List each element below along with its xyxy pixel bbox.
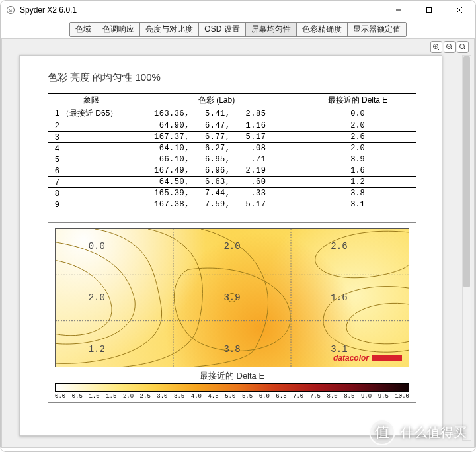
svg-text:S: S xyxy=(9,7,12,13)
color-scale-ticks: 0.00.51.01.52.02.53.03.54.04.55.05.56.06… xyxy=(55,393,409,400)
cell-lab: 165.39, 7.44, .33 xyxy=(134,188,299,199)
cell-value-label: 0.0 xyxy=(89,241,105,251)
zoom-in-button[interactable] xyxy=(430,41,442,53)
table-row: 8165.39, 7.44, .333.8 xyxy=(48,188,416,199)
cell-quadrant: 8 xyxy=(48,188,134,199)
cell-lab: 66.10, 6.95, .71 xyxy=(134,154,299,165)
cell-quadrant: 5 xyxy=(48,154,134,165)
app-icon: S xyxy=(5,5,16,15)
cell-deltae: 1.2 xyxy=(299,177,416,188)
svg-line-11 xyxy=(451,48,453,50)
cell-deltae: 2.0 xyxy=(299,120,416,132)
scale-tick: 3.5 xyxy=(174,393,184,400)
tab-5[interactable]: 色彩精确度 xyxy=(297,23,348,36)
cell-quadrant: 6 xyxy=(48,165,134,177)
maximize-button[interactable] xyxy=(414,0,444,20)
watermark-text: 什么值得买 xyxy=(401,424,467,441)
cell-lab: 64.90, 6.47, 1.16 xyxy=(134,120,299,132)
table-row: 6167.49, 6.96, 2.191.6 xyxy=(48,165,416,177)
cell-deltae: 2.6 xyxy=(299,132,416,143)
cell-deltae: 0.0 xyxy=(299,107,416,120)
col-header-lab: 色彩 (Lab) xyxy=(134,94,299,107)
cell-quadrant: 7 xyxy=(48,177,134,188)
cell-deltae: 3.9 xyxy=(299,154,416,165)
cell-quadrant: 9 xyxy=(48,199,134,210)
zoom-fit-button[interactable] xyxy=(457,41,469,53)
svg-rect-3 xyxy=(427,8,432,13)
scale-tick: 1.0 xyxy=(89,393,99,400)
tab-0[interactable]: 色域 xyxy=(70,23,97,36)
report-page: 色彩 亮度 的均匀性 100% 象限 色彩 (Lab) 最接近的 Delta E… xyxy=(19,55,442,436)
cell-value-label: 2.6 xyxy=(331,241,347,251)
table-row: 9167.38, 7.59, 5.173.1 xyxy=(48,199,416,210)
cell-deltae: 2.0 xyxy=(299,143,416,154)
client-area: 色彩 亮度 的均匀性 100% 象限 色彩 (Lab) 最接近的 Delta E… xyxy=(1,38,475,448)
scale-tick: 4.5 xyxy=(208,393,218,400)
vertical-scrollbar[interactable] xyxy=(462,55,471,441)
tab-4[interactable]: 屏幕均匀性 xyxy=(246,23,297,36)
table-row: 2 64.90, 6.47, 1.162.0 xyxy=(48,120,416,132)
scale-tick: 10.0 xyxy=(395,393,409,400)
cell-quadrant: 4 xyxy=(48,143,134,154)
zoom-toolbar xyxy=(430,41,469,53)
cell-lab: 163.36, 5.41, 2.85 xyxy=(134,107,299,120)
window-title: Spyder X2 6.0.1 xyxy=(20,5,77,15)
minimize-button[interactable] xyxy=(383,0,414,20)
cell-quadrant: 2 xyxy=(48,120,134,132)
uniformity-table: 象限 色彩 (Lab) 最接近的 Delta E 1 （最接近 D65）163.… xyxy=(48,93,416,210)
scale-tick: 8.5 xyxy=(344,393,354,400)
table-row: 3167.37, 6.77, 5.172.6 xyxy=(48,132,416,143)
cell-lab: 167.38, 7.59, 5.17 xyxy=(134,199,299,210)
cell-lab: 64.10, 6.27, .08 xyxy=(134,143,299,154)
svg-line-7 xyxy=(438,48,440,50)
scale-tick: 3.0 xyxy=(157,393,167,400)
cell-quadrant: 3 xyxy=(48,132,134,143)
scale-tick: 7.5 xyxy=(310,393,321,400)
close-button[interactable] xyxy=(444,0,475,20)
tab-6[interactable]: 显示器额定值 xyxy=(348,23,406,36)
watermark: 值 什么值得买 xyxy=(369,419,467,445)
cell-value-label: 2.0 xyxy=(89,293,105,303)
cell-lab: 64.50, 6.63, .60 xyxy=(134,177,299,188)
uniformity-chart: datacolor 0.02.02.62.03.91.61.23.83.1 最接… xyxy=(48,222,416,403)
page-title: 色彩 亮度 的均匀性 100% xyxy=(48,71,432,84)
titlebar: S Spyder X2 6.0.1 xyxy=(0,0,476,20)
table-row: 5 66.10, 6.95, .713.9 xyxy=(48,154,416,165)
scale-tick: 0.5 xyxy=(72,393,83,400)
scale-tick: 6.0 xyxy=(259,393,270,400)
scale-tick: 9.0 xyxy=(361,393,372,400)
scale-tick: 7.0 xyxy=(293,393,303,400)
watermark-icon: 值 xyxy=(369,419,395,445)
cell-deltae: 3.1 xyxy=(299,199,416,210)
scale-tick: 6.5 xyxy=(276,393,286,400)
zoom-out-button[interactable] xyxy=(444,41,456,53)
window-controls xyxy=(383,0,475,20)
table-row: 7 64.50, 6.63, .601.2 xyxy=(48,177,416,188)
cell-lab: 167.49, 6.96, 2.19 xyxy=(134,165,299,177)
tabs-group: 色域色调响应亮度与对比度OSD 设置屏幕均匀性色彩精确度显示器额定值 xyxy=(69,22,406,37)
cell-value-label: 3.1 xyxy=(331,344,347,355)
tabs-row: 色域色调响应亮度与对比度OSD 设置屏幕均匀性色彩精确度显示器额定值 xyxy=(0,20,476,38)
cell-value-label: 1.2 xyxy=(89,344,105,355)
scale-tick: 5.0 xyxy=(225,393,235,400)
scale-tick: 8.0 xyxy=(327,393,338,400)
tab-1[interactable]: 色调响应 xyxy=(97,23,140,36)
cell-quadrant: 1 （最接近 D65） xyxy=(48,107,134,120)
svg-point-13 xyxy=(460,44,465,49)
scale-tick: 4.0 xyxy=(191,393,202,400)
heatmap-plot: datacolor 0.02.02.62.03.91.61.23.83.1 xyxy=(55,228,409,367)
scale-tick: 5.5 xyxy=(242,393,253,400)
scale-tick: 2.0 xyxy=(123,393,134,400)
svg-line-14 xyxy=(464,48,466,50)
cell-value-label: 3.9 xyxy=(223,293,240,303)
cell-value-label: 3.8 xyxy=(223,344,240,355)
scale-tick: 9.5 xyxy=(378,393,389,400)
color-scale-bar xyxy=(55,383,409,392)
cell-deltae: 1.6 xyxy=(299,165,416,177)
tab-3[interactable]: OSD 设置 xyxy=(199,23,245,36)
cell-value-label: 1.6 xyxy=(331,293,347,303)
tab-2[interactable]: 亮度与对比度 xyxy=(140,23,199,36)
scale-tick: 0.0 xyxy=(55,393,65,400)
scale-tick: 2.5 xyxy=(140,393,151,400)
brand-label: datacolor xyxy=(333,353,402,363)
